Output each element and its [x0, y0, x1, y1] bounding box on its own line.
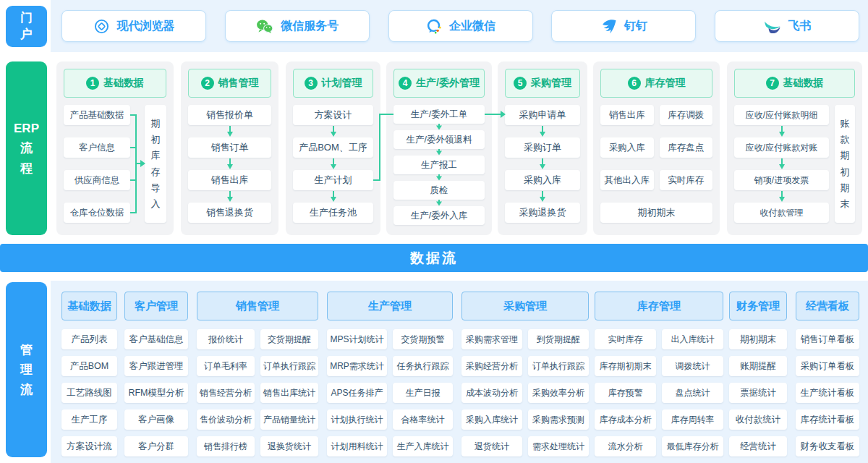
management-item: 交货期提醒	[260, 329, 318, 349]
portal-button-dingtalk[interactable]: 钉钉	[551, 10, 696, 42]
management-item: 票据统计	[729, 383, 787, 403]
erp-item: 销售报价单	[188, 105, 271, 125]
erp-column-5: 5采购管理采购申请单采购订单采购入库采购退换货	[498, 61, 587, 235]
erp-column-header: 3计划管理	[293, 69, 373, 98]
management-item: 生产工序	[61, 409, 117, 430]
management-item: 生产统计看板	[796, 383, 859, 403]
management-item: 订单毛利率	[197, 356, 255, 376]
erp-item: 仓库仓位数据	[64, 203, 130, 223]
management-item: 任务执行跟踪	[393, 356, 453, 376]
erp-item: 生产计划	[293, 170, 373, 190]
management-item: 盘点统计	[662, 383, 723, 403]
feishu-icon	[763, 18, 781, 35]
portal-button-label: 现代浏览器	[117, 19, 175, 34]
erp-flow: 生产/委外工单生产/委外领退料生产报工质检生产/委外入库	[393, 105, 485, 225]
erp-item: 销售出库	[600, 105, 654, 125]
step-number-badge: 3	[305, 77, 318, 90]
management-item: 计划执行统计	[327, 409, 387, 430]
management-item: 成本波动分析	[461, 383, 522, 403]
erp-item: 供应商信息	[64, 170, 130, 190]
erp-column-4: 4生产/委外管理生产/委外工单生产/委外领退料生产报工质检生产/委外入库	[386, 61, 492, 235]
erp-item: 库存调拨	[660, 105, 713, 125]
portal-button-label: 微信服务号	[281, 19, 339, 34]
wecom-icon	[425, 18, 442, 35]
arrow-down-icon	[734, 158, 829, 170]
management-group-grid: 采购需求管理到货期提醒采购经营分析订单执行跟踪成本波动分析采购效率分析采购入库统…	[461, 329, 589, 456]
management-item: 库存统计看板	[796, 409, 859, 430]
management-item: 出入库统计	[662, 329, 723, 349]
management-item: 客户基础信息	[124, 329, 188, 349]
portal-button-feishu[interactable]: 飞书	[715, 10, 859, 42]
management-group: 采购管理采购需求管理到货期提醒采购经营分析订单执行跟踪成本波动分析采购效率分析采…	[461, 292, 589, 456]
management-item: 订单执行跟踪	[528, 356, 589, 376]
management-group: 库存管理实时库存出入库统计库存期初期末调拨统计库存预警盘点统计库存成本分析库存周…	[595, 292, 723, 456]
erp-column-body: 采购申请单采购订单采购入库采购退换货	[505, 105, 580, 223]
arrow-down-icon	[293, 125, 373, 137]
erp-item: 质检	[393, 181, 485, 200]
erp-column-body: 销售出库库存调拨采购入库库存盘点其他出入库实时库存期初期末	[600, 105, 712, 223]
erp-item: 销售退换货	[188, 203, 271, 223]
connector-arrowhead-icon	[140, 160, 145, 167]
management-group-header: 生产管理	[327, 292, 453, 320]
step-number-badge: 6	[628, 77, 641, 90]
compass-icon	[93, 18, 110, 35]
management-item: 财务收支看板	[796, 436, 859, 456]
management-item: 采购入库统计	[461, 409, 522, 430]
management-item: 计划用料统计	[327, 436, 387, 456]
step-number-badge: 4	[399, 77, 412, 90]
step-number-badge: 7	[766, 77, 779, 90]
erp-column-1: 1基础数据产品基础数据客户信息供应商信息仓库仓位数据期初库存导入	[56, 61, 174, 235]
management-item: 销售经营分析	[197, 383, 255, 403]
erp-item: 生产任务池	[293, 203, 373, 223]
management-item: 流水分析	[595, 436, 656, 456]
erp-item: 采购退换货	[505, 203, 580, 223]
management-item: 方案设计流	[61, 436, 117, 456]
management-item: 库存预警	[595, 383, 656, 403]
erp-side-box: 期初库存导入	[145, 105, 166, 223]
portal-button-wechat-official[interactable]: 微信服务号	[225, 10, 370, 42]
management-item: 报价统计	[197, 329, 255, 349]
step-number-badge: 1	[86, 77, 99, 90]
management-item: RFM模型分析	[124, 383, 188, 403]
erp-item: 生产/委外工单	[393, 105, 485, 124]
management-item: 客户画像	[124, 409, 188, 430]
erp-item: 应收/应付账款明细	[734, 105, 829, 125]
portal-button-wecom[interactable]: 企业微信	[388, 10, 533, 42]
management-item: 客户分群	[124, 436, 188, 456]
management-group: 客户管理客户基础信息客户跟进管理RFM模型分析客户画像客户分群	[124, 292, 188, 456]
arrow-down-icon	[393, 149, 485, 156]
portal-button-browser[interactable]: 现代浏览器	[61, 10, 206, 42]
management-item: 采购经营分析	[461, 356, 522, 376]
erp-item: 产品基础数据	[64, 105, 130, 125]
erp-item: 采购入库	[600, 137, 654, 158]
management-item: 调拨统计	[662, 356, 723, 376]
management-item: 实时库存	[595, 329, 656, 349]
erp-column-title: 采购管理	[531, 77, 571, 90]
erp-flow: 销售报价单销售订单销售出库销售退换货	[188, 105, 271, 223]
erp-column-header: 1基础数据	[64, 69, 166, 98]
erp-item: 其他出入库	[600, 170, 654, 190]
management-item: 生产入库统计	[393, 436, 453, 456]
connector-line	[379, 114, 380, 181]
arrow-down-icon	[393, 174, 485, 181]
management-item: 库存期初期末	[595, 356, 656, 376]
portal-label: 门户	[6, 6, 47, 47]
management-group-header: 基础数据	[61, 292, 117, 320]
erp-column-title: 计划管理	[322, 77, 362, 90]
management-group-grid: MPS计划统计交货期预警MRP需求统计任务执行跟踪APS任务排产生产日报计划执行…	[327, 329, 453, 456]
dataflow-banner-label: 数据流	[410, 249, 458, 268]
erp-item: 客户信息	[64, 137, 130, 158]
management-item: 采购效率分析	[528, 383, 589, 403]
management-item: 产品列表	[61, 329, 117, 349]
erp-column-title: 基础数据	[103, 77, 144, 90]
management-flow-section: 基础数据产品列表产品BOM工艺路线图生产工序方案设计流客户管理客户基础信息客户跟…	[0, 281, 868, 463]
connector-line	[485, 114, 502, 115]
management-item: 采购订单看板	[796, 356, 859, 376]
erp-item: 采购入库	[505, 170, 580, 190]
arrow-down-icon	[505, 190, 580, 203]
erp-flow: 采购申请单采购订单采购入库采购退换货	[505, 105, 580, 223]
erp-item: 生产/委外领退料	[393, 130, 485, 149]
erp-column-body: 生产/委外工单生产/委外领退料生产报工质检生产/委外入库	[393, 105, 485, 223]
erp-item: 销售出库	[188, 170, 271, 190]
erp-column-body: 销售报价单销售订单销售出库销售退换货	[188, 105, 271, 223]
